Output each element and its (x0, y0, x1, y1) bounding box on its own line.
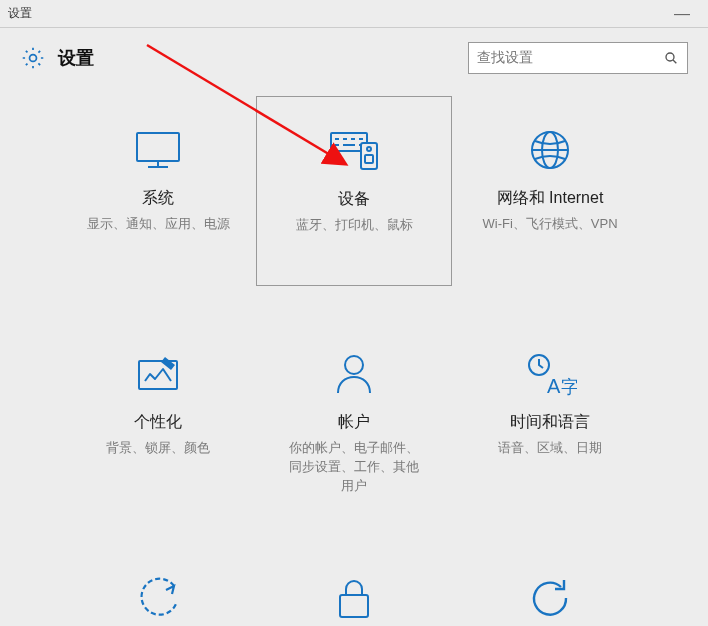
tile-personalization[interactable]: 个性化 背景、锁屏、颜色 (60, 320, 256, 510)
window-titlebar: 设置 — (0, 0, 708, 28)
tile-label: 设备 (265, 189, 443, 210)
search-placeholder: 查找设置 (477, 49, 533, 67)
time-language-icon: A 字 (460, 346, 640, 402)
person-icon (264, 346, 444, 402)
tile-label: 系统 (68, 188, 248, 209)
ease-icon (68, 570, 248, 626)
svg-rect-26 (340, 595, 368, 617)
tile-label: 网络和 Internet (460, 188, 640, 209)
svg-point-22 (345, 356, 363, 374)
tile-desc: 蓝牙、打印机、鼠标 (265, 216, 443, 235)
window-title: 设置 (8, 5, 32, 22)
tile-privacy[interactable]: 隐私 (256, 544, 452, 626)
tile-devices[interactable]: 设备 蓝牙、打印机、鼠标 (256, 96, 452, 286)
svg-rect-4 (137, 133, 179, 161)
tile-label: 个性化 (68, 412, 248, 433)
minimize-button[interactable]: — (664, 5, 700, 23)
gear-icon (20, 45, 46, 71)
tile-desc: 显示、通知、应用、电源 (68, 215, 248, 234)
header-left: 设置 (20, 45, 94, 71)
tile-system[interactable]: 系统 显示、通知、应用、电源 (60, 96, 256, 286)
tile-accounts[interactable]: 帐户 你的帐户、电子邮件、 同步设置、工作、其他 用户 (256, 320, 452, 510)
svg-line-2 (673, 60, 676, 63)
page-title: 设置 (58, 46, 94, 70)
svg-text:A: A (547, 375, 561, 397)
tile-label: 时间和语言 (460, 412, 640, 433)
tile-network[interactable]: 网络和 Internet Wi-Fi、飞行模式、VPN (452, 96, 648, 286)
settings-grid: 系统 显示、通知、应用、电源 设备 蓝牙、打印机、鼠标 网络和 Internet… (0, 94, 708, 626)
tile-ease-of-access[interactable]: 轻松使用 (60, 544, 256, 626)
tile-label: 帐户 (264, 412, 444, 433)
search-icon (663, 50, 679, 66)
lock-icon (264, 570, 444, 626)
svg-point-1 (666, 53, 674, 61)
svg-text:字: 字 (561, 377, 577, 397)
page-header: 设置 查找设置 (0, 28, 708, 94)
devices-icon (265, 123, 443, 179)
display-icon (68, 122, 248, 178)
tile-update-security[interactable]: 更新和安全 (452, 544, 648, 626)
tile-desc: 你的帐户、电子邮件、 同步设置、工作、其他 用户 (264, 439, 444, 496)
tile-desc: 背景、锁屏、颜色 (68, 439, 248, 458)
tile-time-language[interactable]: A 字 时间和语言 语音、区域、日期 (452, 320, 648, 510)
tile-desc: Wi-Fi、飞行模式、VPN (460, 215, 640, 234)
update-icon (460, 570, 640, 626)
svg-point-0 (30, 55, 37, 62)
tile-desc: 语音、区域、日期 (460, 439, 640, 458)
paint-icon (68, 346, 248, 402)
globe-icon (460, 122, 640, 178)
search-input[interactable]: 查找设置 (468, 42, 688, 74)
